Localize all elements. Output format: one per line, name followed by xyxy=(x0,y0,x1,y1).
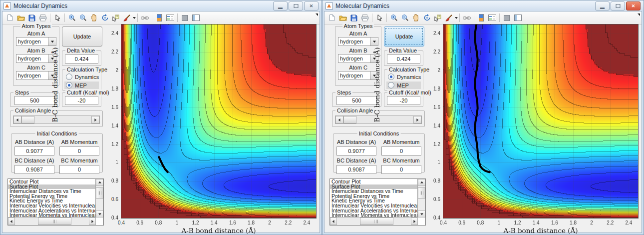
print-icon[interactable] xyxy=(37,12,48,23)
maximize-button[interactable] xyxy=(289,2,303,10)
x-tick-label: 0.8 xyxy=(473,220,488,226)
maximize-button[interactable] xyxy=(611,2,625,10)
brush-dropdown-arrow-icon[interactable] xyxy=(455,17,458,19)
y-tick-label: 0.4 xyxy=(103,215,118,220)
x-tick-label: 1.6 xyxy=(225,220,240,226)
rotate-3d-icon[interactable] xyxy=(421,12,432,23)
y-axis-label: B-C bond distance (Å) xyxy=(373,108,381,122)
rotate-3d-icon[interactable] xyxy=(99,12,110,23)
toolbar-separator xyxy=(137,14,138,22)
plot-area: 0.40.60.811.21.41.61.822.22.4 0.40.60.81… xyxy=(2,24,320,232)
toolbar-separator xyxy=(386,14,387,22)
show-plot-tools-icon[interactable] xyxy=(512,12,523,23)
zoom-out-icon[interactable] xyxy=(77,12,88,23)
window-body: Atom Types Atom A hydrogen Atom B hydrog… xyxy=(324,11,642,233)
save-icon[interactable] xyxy=(348,12,359,23)
y-tick-label: 0.8 xyxy=(103,178,118,184)
toolbar-separator xyxy=(499,14,500,22)
link-plot-icon[interactable] xyxy=(139,12,150,23)
x-tick-label: 2.2 xyxy=(603,220,618,226)
open-file-icon[interactable] xyxy=(15,12,26,23)
new-file-icon[interactable] xyxy=(4,12,15,23)
toolbar-separator xyxy=(372,14,372,22)
x-tick-label: 0.4 xyxy=(114,220,129,226)
x-tick-label: 1.8 xyxy=(566,220,581,226)
toolbar-separator xyxy=(459,14,460,22)
x-tick-label: 1.6 xyxy=(547,220,562,226)
y-tick-label: 1.6 xyxy=(103,104,118,110)
toolbar-separator xyxy=(152,14,152,22)
brush-icon[interactable] xyxy=(443,12,454,23)
toolbar-separator xyxy=(64,14,65,22)
toolbar-overflow-icon[interactable] xyxy=(638,14,640,16)
zoom-out-icon[interactable] xyxy=(399,12,410,23)
y-tick-label: 1.2 xyxy=(103,142,118,147)
new-file-icon[interactable] xyxy=(326,12,337,23)
x-tick-label: 0.8 xyxy=(151,220,166,226)
x-tick-label: 1.2 xyxy=(188,220,203,226)
app-window: Molecular Dynamics ▬ ✕ xyxy=(0,0,322,235)
matlab-figure-icon xyxy=(3,2,11,10)
toolbar-separator xyxy=(177,14,178,22)
show-plot-tools-icon[interactable] xyxy=(190,12,201,23)
x-tick-label: 1 xyxy=(491,220,506,226)
window-title: Molecular Dynamics xyxy=(335,2,593,10)
link-plot-icon[interactable] xyxy=(461,12,472,23)
data-cursor-icon[interactable] xyxy=(432,12,443,23)
colorbar-icon[interactable] xyxy=(154,12,165,23)
x-tick-label: 1.4 xyxy=(207,220,222,226)
print-icon[interactable] xyxy=(359,12,370,23)
minimize-button[interactable]: ▬ xyxy=(273,2,288,10)
y-tick-label: 0.6 xyxy=(103,196,118,202)
brush-icon[interactable] xyxy=(121,12,132,23)
titlebar[interactable]: Molecular Dynamics ▬ ✕ xyxy=(322,0,644,11)
y-tick-label: 1.2 xyxy=(425,142,440,147)
pointer-icon[interactable] xyxy=(52,12,63,23)
y-tick-label: 1.4 xyxy=(425,123,440,128)
x-tick-label: 1 xyxy=(169,220,184,226)
app-window: Molecular Dynamics ▬ ✕ xyxy=(322,0,644,235)
x-tick-label: 1.8 xyxy=(244,220,259,226)
legend-icon[interactable] xyxy=(487,12,498,23)
zoom-in-icon[interactable] xyxy=(388,12,399,23)
titlebar[interactable]: Molecular Dynamics ▬ ✕ xyxy=(0,0,322,11)
minimize-button[interactable]: ▬ xyxy=(595,2,610,10)
figure-content: Atom Types Atom A hydrogen Atom B hydrog… xyxy=(324,24,642,232)
data-cursor-icon[interactable] xyxy=(110,12,121,23)
y-tick-label: 0.4 xyxy=(425,215,440,220)
y-tick-label: 1.6 xyxy=(425,104,440,110)
window-title: Molecular Dynamics xyxy=(13,2,271,10)
x-tick-label: 2 xyxy=(584,220,599,226)
hide-plot-tools-icon[interactable] xyxy=(501,12,512,23)
save-icon[interactable] xyxy=(26,12,37,23)
close-button[interactable]: ✕ xyxy=(626,2,641,10)
y-tick-label: 2.4 xyxy=(103,30,118,36)
hide-plot-tools-icon[interactable] xyxy=(179,12,190,23)
x-tick-label: 1.4 xyxy=(529,220,544,226)
pointer-icon[interactable] xyxy=(374,12,385,23)
contour-plot-canvas[interactable] xyxy=(121,24,316,218)
x-tick-label: 2.4 xyxy=(621,220,636,226)
matlab-figure-icon xyxy=(325,2,333,10)
close-button[interactable]: ✕ xyxy=(304,2,319,10)
x-axis-label: A-B bond distance (Å) xyxy=(121,226,316,234)
x-axis-label: A-B bond distance (Å) xyxy=(443,226,638,234)
x-tick-label: 2.2 xyxy=(281,220,296,226)
y-tick-label: 1.8 xyxy=(425,86,440,92)
open-file-icon[interactable] xyxy=(337,12,348,23)
zoom-in-icon[interactable] xyxy=(66,12,77,23)
pan-icon[interactable] xyxy=(410,12,421,23)
toolbar-overflow-icon[interactable] xyxy=(316,14,318,16)
figure-content: Atom Types Atom A hydrogen Atom B hydrog… xyxy=(2,24,320,232)
contour-plot-canvas[interactable] xyxy=(443,24,638,218)
y-tick-label: 2.2 xyxy=(425,49,440,54)
pan-icon[interactable] xyxy=(88,12,99,23)
y-tick-label: 1.4 xyxy=(103,123,118,128)
legend-icon[interactable] xyxy=(165,12,176,23)
brush-dropdown-arrow-icon[interactable] xyxy=(133,17,136,19)
y-tick-label: 2 xyxy=(425,68,440,73)
x-tick-label: 0.6 xyxy=(454,220,469,226)
toolbar-separator xyxy=(50,14,50,22)
y-axis-label: B-C bond distance (Å) xyxy=(51,108,59,122)
colorbar-icon[interactable] xyxy=(476,12,487,23)
